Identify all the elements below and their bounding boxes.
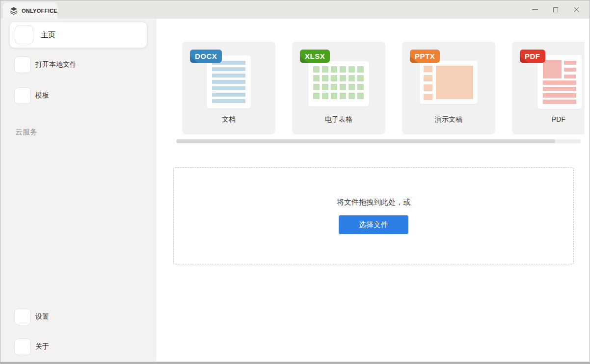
maximize-icon (553, 7, 558, 12)
sidebar-item-label: 主页 (41, 30, 55, 40)
settings-icon (14, 309, 31, 325)
sidebar-item-label: 打开本地文件 (35, 60, 77, 69)
onlyoffice-window: ONLYOFFICE 主页 打开本地文件 模板 云服务 设置 关于 (0, 0, 590, 364)
card-label: 电子表格 (292, 115, 385, 124)
close-button[interactable] (566, 0, 587, 19)
pptx-badge: PPTX (410, 50, 440, 63)
xlsx-spreadsheet-icon (308, 61, 369, 106)
minimize-icon (532, 9, 538, 10)
cards-horizontal-scrollbar-thumb[interactable] (176, 139, 555, 143)
onlyoffice-logo-icon (9, 6, 18, 15)
sidebar-item-label: 关于 (35, 342, 49, 351)
close-icon (573, 6, 580, 13)
window-bottom-edge (0, 362, 590, 364)
docx-badge: DOCX (190, 50, 222, 63)
home-icon (15, 26, 33, 44)
xlsx-badge: XLSX (300, 50, 330, 63)
dropzone-hint-text: 将文件拖拽到此处，或 (337, 198, 410, 207)
pptx-presentation-icon (420, 61, 478, 104)
card-label: 演示文稿 (402, 115, 495, 124)
open-file-icon (14, 56, 31, 73)
sidebar-item-open-local-file[interactable]: 打开本地文件 (14, 56, 77, 73)
sidebar-section-cloud-service[interactable]: 云服务 (15, 128, 37, 137)
sidebar-item-label: 模板 (35, 91, 49, 100)
card-label: PDF (512, 115, 590, 123)
card-new-spreadsheet-xlsx[interactable]: XLSX 电子表格 (292, 42, 385, 134)
sidebar: 主页 打开本地文件 模板 云服务 设置 关于 (0, 19, 157, 363)
card-new-presentation-pptx[interactable]: PPTX 演示文稿 (402, 42, 495, 134)
sidebar-item-about[interactable]: 关于 (14, 338, 49, 355)
sidebar-item-templates[interactable]: 模板 (14, 87, 49, 104)
new-document-cards: DOCX 文档 XLSX 电子表格 PPTX 演示文稿 (182, 42, 590, 134)
window-controls (525, 0, 587, 19)
scrollbar-gutter (585, 19, 590, 363)
cards-horizontal-scrollbar-track[interactable] (176, 139, 581, 143)
sidebar-item-settings[interactable]: 设置 (14, 309, 49, 325)
sidebar-item-home[interactable]: 主页 (9, 22, 147, 48)
brand-tab: ONLYOFFICE (3, 2, 57, 19)
maximize-button[interactable] (545, 0, 566, 19)
pdf-document-icon (537, 55, 582, 109)
file-dropzone[interactable]: 将文件拖拽到此处，或 选择文件 (173, 167, 574, 264)
title-bar: ONLYOFFICE (0, 0, 590, 19)
card-new-document-docx[interactable]: DOCX 文档 (182, 42, 275, 134)
about-icon (14, 338, 31, 355)
minimize-button[interactable] (525, 0, 545, 19)
pdf-badge: PDF (520, 50, 545, 63)
sidebar-item-label: 设置 (35, 312, 49, 321)
app-title: ONLYOFFICE (22, 8, 57, 14)
card-label: 文档 (182, 115, 275, 124)
main-content: DOCX 文档 XLSX 电子表格 PPTX 演示文稿 (157, 19, 590, 363)
choose-file-button[interactable]: 选择文件 (339, 215, 408, 234)
docx-document-icon (207, 55, 251, 108)
card-new-pdf[interactable]: PDF PDF (512, 42, 590, 134)
templates-icon (14, 87, 31, 104)
